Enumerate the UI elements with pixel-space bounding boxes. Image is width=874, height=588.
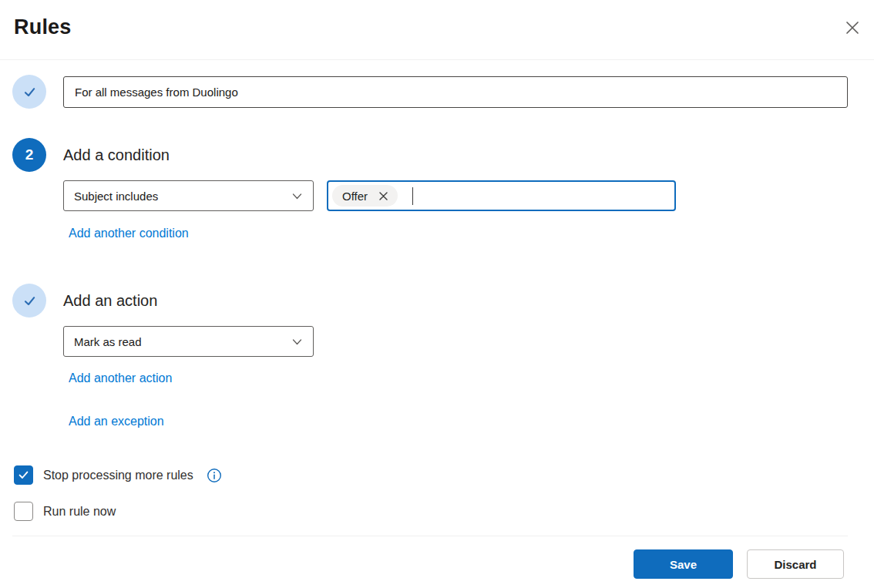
info-button[interactable]: [207, 468, 222, 483]
save-button[interactable]: Save: [634, 549, 733, 579]
action-type-dropdown[interactable]: Mark as read: [63, 326, 314, 357]
condition-type-dropdown[interactable]: Subject includes: [63, 180, 314, 211]
check-icon: [22, 293, 38, 309]
step-name-status: [12, 75, 46, 109]
info-icon: [207, 468, 222, 483]
add-another-condition-link[interactable]: Add another condition: [69, 227, 189, 240]
tag-chip: Offer: [332, 185, 398, 207]
chevron-down-icon: [291, 335, 304, 348]
action-heading: Add an action: [63, 292, 157, 310]
tag-remove-button[interactable]: [378, 191, 388, 201]
condition-type-value: Subject includes: [74, 190, 158, 203]
action-controls: Mark as read: [63, 326, 848, 357]
step-number-label: 2: [25, 146, 34, 163]
add-another-action-link[interactable]: Add another action: [69, 371, 172, 385]
discard-button[interactable]: Discard: [747, 549, 844, 579]
tag-label: Offer: [342, 190, 368, 203]
action-type-value: Mark as read: [74, 335, 142, 348]
page-title: Rules: [14, 15, 72, 39]
stop-processing-checkbox[interactable]: [14, 465, 33, 485]
dialog-header: Rules: [0, 0, 874, 60]
dialog-footer: Save Discard: [12, 536, 848, 579]
condition-value-input[interactable]: Offer: [327, 180, 676, 211]
close-button[interactable]: [842, 17, 863, 39]
step-action-header: Add an action: [12, 284, 848, 318]
rules-dialog: Rules 2 Add a condition Subje: [0, 0, 874, 588]
condition-heading: Add a condition: [63, 146, 170, 164]
rule-name-input[interactable]: [63, 76, 848, 108]
chevron-down-icon: [291, 190, 304, 203]
stop-processing-label: Stop processing more rules: [43, 469, 193, 482]
add-exception-link[interactable]: Add an exception: [69, 415, 164, 428]
run-rule-row: Run rule now: [14, 502, 848, 521]
step-condition-header: 2 Add a condition: [12, 138, 848, 172]
step-action-status: [12, 284, 46, 318]
check-icon: [22, 84, 38, 100]
stop-processing-row: Stop processing more rules: [14, 465, 848, 485]
step-name-row: [12, 75, 848, 109]
dismiss-icon: [378, 191, 388, 201]
step-condition-number: 2: [12, 138, 46, 172]
check-icon: [18, 469, 29, 481]
close-icon: [844, 19, 861, 36]
condition-controls: Subject includes Offer: [63, 180, 848, 211]
run-rule-label: Run rule now: [43, 505, 116, 519]
dialog-body: 2 Add a condition Subject includes Offer: [0, 75, 874, 579]
run-rule-checkbox[interactable]: [14, 502, 33, 521]
text-cursor: [412, 187, 413, 205]
